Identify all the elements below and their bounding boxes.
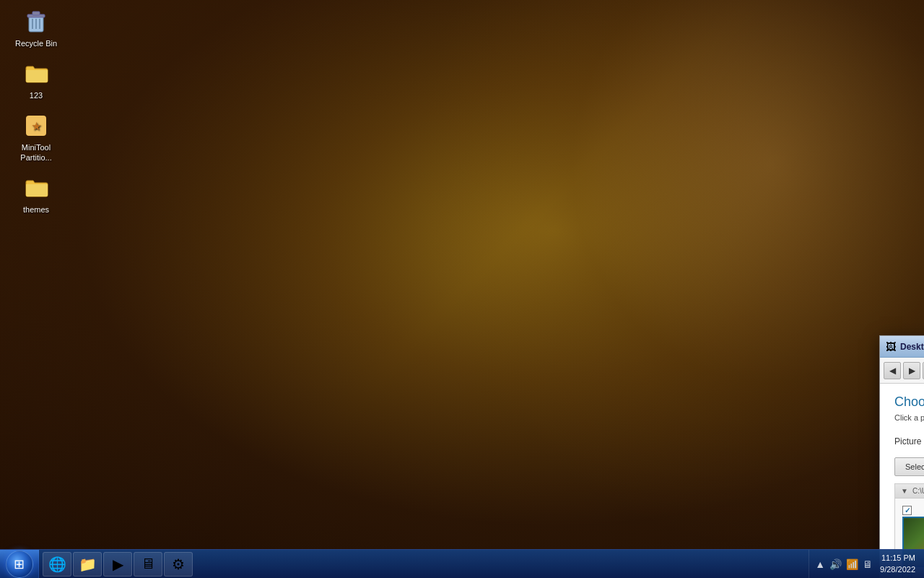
tray-volume-icon[interactable]: 🔊 bbox=[829, 558, 842, 570]
recycle-bin-icon[interactable]: Recycle Bin bbox=[7, 7, 65, 48]
tray-clock[interactable]: 11:15 PM 9/28/2022 bbox=[877, 553, 918, 575]
taskbar: ⊞ 🌐 📁 ▶ 🖥 ⚙ ▲ 🔊 📶 🖥 bbox=[0, 549, 924, 578]
tray-network-icon[interactable]: 📶 bbox=[846, 558, 858, 570]
page-subtitle: Click a picture to make it your desktop … bbox=[894, 413, 924, 422]
svg-rect-2 bbox=[32, 12, 40, 15]
section-path: C:\Users\Rodin\AppData\Local\Microsoft\W… bbox=[912, 487, 924, 495]
window-icon: 🖼 bbox=[886, 341, 896, 353]
taskbar-item-settings[interactable]: ⚙ bbox=[164, 552, 193, 577]
picture-location-row: Picture location: DesktopBackground Wind… bbox=[894, 433, 924, 450]
svg-text:★: ★ bbox=[32, 121, 41, 132]
themes-folder-icon[interactable]: themes bbox=[7, 173, 65, 215]
page-title: Choose your desktop background bbox=[894, 394, 924, 410]
settings-icon: ⚙ bbox=[172, 556, 185, 573]
folder-123-image bbox=[22, 59, 51, 88]
themes-folder-image bbox=[22, 173, 51, 202]
address-bar: ◀ ▶ ▲ 💻 » Personalization ▶ Desktop Back… bbox=[880, 358, 924, 384]
minitool-image: ★ bbox=[22, 111, 51, 140]
picture-location-label: Picture location: bbox=[894, 436, 924, 447]
tray-display-icon[interactable]: 🖥 bbox=[863, 558, 873, 570]
image-section-header: ▼ C:\Users\Rodin\AppData\Local\Microsoft… bbox=[895, 484, 924, 499]
select-clear-row: Select all Clear all bbox=[894, 457, 924, 476]
start-button[interactable]: ⊞ bbox=[0, 550, 39, 579]
windows-logo: ⊞ bbox=[14, 556, 25, 572]
taskbar-items: 🌐 📁 ▶ 🖥 ⚙ bbox=[39, 550, 808, 578]
themes-label: themes bbox=[23, 205, 49, 215]
start-orb[interactable]: ⊞ bbox=[6, 551, 33, 578]
network-icon: 🖥 bbox=[141, 556, 155, 572]
tray-notify-icon[interactable]: ▲ bbox=[815, 558, 825, 570]
clock-time: 11:15 PM bbox=[880, 553, 915, 564]
minitool-label: MiniToolPartitio... bbox=[20, 143, 51, 162]
desktop: Recycle Bin 123 ★ MiniToolPartitio... bbox=[0, 0, 924, 578]
image-checkbox-1[interactable] bbox=[902, 506, 912, 515]
minitool-icon[interactable]: ★ MiniToolPartitio... bbox=[7, 111, 65, 162]
title-bar: 🖼 Desktop Background — □ ✕ bbox=[880, 336, 924, 358]
recycle-bin-image bbox=[22, 7, 51, 36]
window-title: Desktop Background bbox=[900, 342, 924, 352]
back-button[interactable]: ◀ bbox=[884, 362, 901, 379]
recycle-bin-label: Recycle Bin bbox=[15, 39, 57, 48]
desktop-icons: Recycle Bin 123 ★ MiniToolPartitio... bbox=[7, 7, 65, 225]
folder-123-label: 123 bbox=[30, 91, 43, 100]
section-collapse-icon[interactable]: ▼ bbox=[901, 487, 908, 495]
media-icon: ▶ bbox=[113, 556, 123, 573]
ie-icon: 🌐 bbox=[48, 556, 66, 573]
taskbar-item-ie[interactable]: 🌐 bbox=[43, 552, 71, 577]
window-frame: 🖼 Desktop Background — □ ✕ ◀ ▶ ▲ 💻 » Per… bbox=[879, 335, 924, 578]
explorer-icon: 📁 bbox=[79, 556, 97, 573]
clock-date: 9/28/2022 bbox=[880, 564, 915, 575]
taskbar-item-explorer[interactable]: 📁 bbox=[73, 552, 102, 577]
select-all-button[interactable]: Select all bbox=[894, 457, 924, 476]
taskbar-item-media[interactable]: ▶ bbox=[103, 552, 132, 577]
folder-123-icon[interactable]: 123 bbox=[7, 59, 65, 100]
taskbar-item-network[interactable]: 🖥 bbox=[134, 552, 162, 577]
taskbar-tray: ▲ 🔊 📶 🖥 11:15 PM 9/28/2022 bbox=[808, 550, 924, 578]
forward-button[interactable]: ▶ bbox=[903, 362, 920, 379]
checkbox-row-1 bbox=[902, 506, 924, 515]
